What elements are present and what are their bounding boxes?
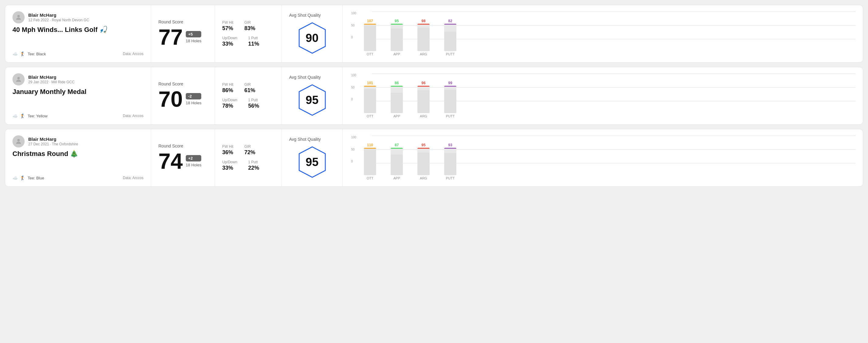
score-main: 70 -2 18 Holes — [158, 88, 207, 110]
stat-oneputt-value: 11% — [248, 41, 259, 47]
golf-icon: 🏌️ — [20, 114, 25, 118]
card-score: Round Score 70 -2 18 Holes — [151, 67, 215, 124]
card-left: Blair McHarg 12 Feb 2022 · Royal North D… — [5, 5, 151, 62]
user-row: Blair McHarg 27 Dec 2021 · The Oxfordshi… — [12, 135, 144, 148]
card-quality: Avg Shot Quality 90 — [282, 5, 343, 62]
person-icon — [15, 76, 22, 83]
chart-column: 107 — [361, 19, 379, 51]
score-label: Round Score — [158, 82, 207, 86]
card-quality: Avg Shot Quality 95 — [282, 129, 343, 186]
score-holes: 18 Holes — [186, 101, 201, 105]
stat-gir-label: GIR — [244, 83, 255, 87]
stat-updown: Up/Down 33% — [222, 160, 237, 171]
quality-label: Avg Shot Quality — [289, 13, 321, 18]
score-number: 70 — [158, 88, 183, 110]
quality-label: Avg Shot Quality — [289, 75, 321, 80]
chart-axis: OTTAPPARGPUTT — [361, 52, 856, 56]
stat-gir-value: 61% — [244, 87, 255, 94]
score-main: 74 +2 18 Holes — [158, 150, 207, 172]
stat-oneputt-label: 1 Putt — [248, 160, 259, 164]
card-footer: ☁️ 🏌️ Tee: Yellow Data: Arccos — [12, 114, 144, 118]
score-label: Round Score — [158, 20, 207, 24]
score-number: 77 — [158, 26, 183, 48]
user-date: 27 Dec 2021 · The Oxfordshire — [28, 142, 78, 146]
round-title: January Monthly Medal — [12, 88, 144, 96]
stat-gir-label: GIR — [244, 20, 255, 25]
chart-column: 95 — [414, 143, 433, 175]
stat-fw-hit-value: 36% — [222, 149, 234, 156]
weather-icon: ☁️ — [12, 176, 18, 180]
stat-oneputt: 1 Putt 56% — [248, 98, 259, 109]
stat-fw-hit-label: FW Hit — [222, 83, 234, 87]
card-chart: 100 50 0 101 86 — [343, 67, 863, 124]
chart-column: 96 — [414, 81, 433, 113]
card-left: Blair McHarg 29 Jan 2022 · Mill Ride GCC… — [5, 67, 151, 124]
stat-oneputt-label: 1 Putt — [248, 98, 259, 102]
stat-updown-label: Up/Down — [222, 98, 237, 102]
hexagon: 90 — [297, 21, 328, 55]
tee-row: ☁️ 🏌️ Tee: Blue — [12, 176, 44, 180]
stat-gir: GIR 61% — [244, 83, 255, 94]
chart-column: 82 — [441, 19, 459, 51]
quality-number: 95 — [306, 156, 318, 169]
score-main: 77 +5 18 Holes — [158, 26, 207, 48]
stat-fw-hit: FW Hit 57% — [222, 20, 234, 32]
tee-row: ☁️ 🏌️ Tee: Yellow — [12, 114, 48, 118]
score-label: Round Score — [158, 144, 207, 148]
score-badge-block: +2 18 Holes — [186, 155, 201, 167]
round-card: Blair McHarg 12 Feb 2022 · Royal North D… — [5, 5, 863, 63]
avatar — [12, 73, 25, 86]
chart-axis: OTTAPPARGPUTT — [361, 114, 856, 118]
score-badge: -2 — [186, 93, 201, 99]
stats-row-bottom: Up/Down 78% 1 Putt 56% — [222, 98, 274, 109]
stat-fw-hit-value: 86% — [222, 87, 234, 94]
user-name: Blair McHarg — [28, 74, 74, 80]
chart-column: 93 — [441, 143, 459, 175]
stat-updown-value: 33% — [222, 41, 237, 47]
chart-column: 101 — [361, 81, 379, 113]
stat-updown-label: Up/Down — [222, 160, 237, 164]
chart-column: 98 — [414, 19, 433, 51]
stat-oneputt-value: 22% — [248, 165, 259, 171]
person-icon — [15, 14, 22, 21]
avatar — [12, 135, 25, 148]
tee-row: ☁️ 🏌️ Tee: Black — [12, 52, 46, 56]
stat-gir-value: 83% — [244, 25, 255, 32]
stats-row-bottom: Up/Down 33% 1 Putt 11% — [222, 36, 274, 47]
stat-fw-hit-label: FW Hit — [222, 145, 234, 149]
card-score: Round Score 74 +2 18 Holes — [151, 129, 215, 186]
card-score: Round Score 77 +5 18 Holes — [151, 5, 215, 62]
tee-label: Tee: Blue — [28, 176, 44, 180]
card-footer: ☁️ 🏌️ Tee: Blue Data: Arccos — [12, 176, 144, 180]
card-chart: 100 50 0 107 95 — [343, 5, 863, 62]
score-badge: +2 — [186, 155, 201, 161]
chart-column: 86 — [388, 81, 406, 113]
score-holes: 18 Holes — [186, 39, 201, 43]
chart-axis: OTTAPPARGPUTT — [361, 176, 856, 180]
data-source: Data: Arccos — [123, 52, 144, 56]
card-footer: ☁️ 🏌️ Tee: Black Data: Arccos — [12, 52, 144, 56]
user-name: Blair McHarg — [28, 12, 89, 18]
stat-fw-hit-value: 57% — [222, 25, 234, 32]
stats-row-bottom: Up/Down 33% 1 Putt 22% — [222, 160, 274, 171]
tee-label: Tee: Black — [28, 52, 46, 56]
user-date: 29 Jan 2022 · Mill Ride GCC — [28, 80, 74, 84]
chart-bars: 110 87 95 93 — [361, 136, 856, 175]
weather-icon: ☁️ — [12, 114, 18, 118]
score-badge: +5 — [186, 31, 201, 37]
round-card: Blair McHarg 29 Jan 2022 · Mill Ride GCC… — [5, 67, 863, 125]
user-info: Blair McHarg 29 Jan 2022 · Mill Ride GCC — [28, 74, 74, 84]
stat-updown-value: 78% — [222, 103, 237, 109]
card-stats: FW Hit 36% GIR 72% Up/Down 33% 1 Putt — [215, 129, 282, 186]
svg-point-0 — [17, 15, 20, 17]
chart-column: 99 — [441, 81, 459, 113]
stat-updown: Up/Down 33% — [222, 36, 237, 47]
weather-icon: ☁️ — [12, 52, 18, 56]
stat-updown-value: 33% — [222, 165, 237, 171]
stat-fw-hit-label: FW Hit — [222, 20, 234, 25]
chart-column: 87 — [388, 143, 406, 175]
chart-column: 110 — [361, 143, 379, 175]
stats-row-top: FW Hit 57% GIR 83% — [222, 20, 274, 32]
stat-gir: GIR 83% — [244, 20, 255, 32]
stat-fw-hit: FW Hit 36% — [222, 145, 234, 156]
